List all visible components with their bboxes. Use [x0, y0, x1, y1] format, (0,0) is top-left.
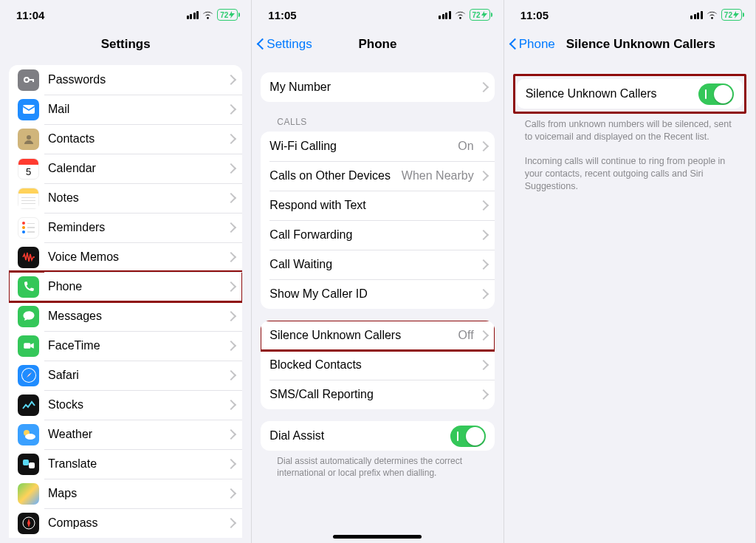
row-detail: On	[458, 140, 473, 153]
back-button[interactable]: Settings	[256, 30, 312, 59]
settings-row-notes[interactable]: Notes	[9, 183, 242, 213]
phone-icon	[18, 276, 39, 298]
back-button[interactable]: Phone	[509, 30, 555, 59]
footer-text-1: Calls from unknown numbers will be silen…	[513, 114, 746, 143]
settings-row-maps[interactable]: Maps	[9, 479, 242, 508]
row-label: Compass	[48, 516, 226, 530]
section-header-calls: CALLS	[261, 102, 494, 132]
dial-assist-toggle[interactable]	[450, 426, 486, 447]
dial-assist-footer: Dial assist automatically determines the…	[261, 451, 494, 479]
chevron-left-icon	[256, 37, 265, 52]
settings-row-contacts[interactable]: Contacts	[9, 124, 242, 154]
row-my-number[interactable]: My Number	[261, 72, 494, 102]
translate-icon	[18, 454, 39, 475]
svg-point-9	[25, 434, 35, 440]
chevron-right-icon	[227, 311, 233, 321]
facetime-icon	[18, 335, 39, 357]
svg-point-0	[24, 78, 29, 82]
nav-bar: Phone Silence Unknown Callers	[504, 30, 755, 59]
settings-row-weather[interactable]: Weather	[9, 420, 242, 449]
maps-icon	[18, 483, 39, 505]
row-label: Call Forwarding	[269, 228, 478, 242]
status-icons: 72	[187, 9, 238, 21]
row-label: SMS/Call Reporting	[269, 388, 478, 401]
row-label: Contacts	[48, 132, 226, 146]
settings-list[interactable]: Passwords Mail Contacts 5 Calendar Notes	[0, 61, 251, 543]
row-show-caller-id[interactable]: Show My Caller ID	[261, 279, 494, 309]
chevron-right-icon	[227, 222, 233, 233]
row-label: Reminders	[48, 221, 226, 234]
key-icon	[18, 69, 39, 91]
page-title: Phone	[359, 37, 397, 52]
chevron-right-icon	[227, 193, 233, 203]
silence-toggle[interactable]	[698, 83, 734, 105]
safari-icon	[18, 365, 39, 386]
reminders-icon	[18, 217, 39, 239]
settings-row-facetime[interactable]: FaceTime	[9, 331, 242, 361]
row-respond-with-text[interactable]: Respond with Text	[261, 191, 494, 220]
messages-icon	[18, 306, 39, 327]
chevron-right-icon	[480, 389, 486, 400]
row-label: Messages	[48, 310, 226, 323]
row-label: Maps	[48, 487, 226, 500]
row-label: Show My Caller ID	[269, 287, 478, 301]
status-icons: 72	[439, 9, 490, 21]
status-time: 11:04	[16, 9, 44, 21]
settings-row-reminders[interactable]: Reminders	[9, 213, 242, 242]
row-silence-unknown-callers[interactable]: Silence Unknown Callers Off	[261, 321, 494, 350]
row-label: Wi-Fi Calling	[269, 140, 458, 153]
chevron-right-icon	[480, 330, 486, 341]
row-label: FaceTime	[48, 339, 226, 352]
row-label: Call Waiting	[269, 258, 478, 271]
row-call-forwarding[interactable]: Call Forwarding	[261, 220, 494, 250]
battery-icon: 72	[470, 9, 490, 21]
chevron-right-icon	[480, 230, 486, 240]
row-label: Passwords	[48, 73, 226, 86]
status-time: 11:05	[520, 9, 549, 21]
settings-row-messages[interactable]: Messages	[9, 301, 242, 331]
nav-bar: Settings Phone	[252, 30, 503, 59]
chevron-right-icon	[227, 370, 233, 380]
phone-settings-list[interactable]: My Number CALLS Wi-Fi Calling On Calls o…	[252, 61, 503, 543]
settings-row-mail[interactable]: Mail	[9, 95, 242, 124]
back-label: Phone	[519, 37, 555, 52]
row-label: My Number	[269, 81, 478, 94]
row-call-waiting[interactable]: Call Waiting	[261, 250, 494, 279]
row-blocked-contacts[interactable]: Blocked Contacts	[261, 350, 494, 380]
row-detail: When Nearby	[402, 169, 474, 182]
cellular-signal-icon	[439, 11, 451, 19]
row-label: Voice Memos	[48, 250, 226, 264]
settings-row-passwords[interactable]: Passwords	[9, 65, 242, 95]
weather-icon	[18, 424, 39, 445]
row-sms-call-reporting[interactable]: SMS/Call Reporting	[261, 380, 494, 409]
stocks-icon	[18, 395, 39, 416]
row-calls-other-devices[interactable]: Calls on Other Devices When Nearby	[261, 161, 494, 191]
settings-row-safari[interactable]: Safari	[9, 361, 242, 390]
status-icons: 72	[690, 9, 742, 21]
row-dial-assist[interactable]: Dial Assist	[261, 421, 494, 451]
chevron-right-icon	[227, 429, 233, 440]
chevron-right-icon	[227, 341, 233, 351]
row-label: Dial Assist	[269, 429, 450, 443]
row-wifi-calling[interactable]: Wi-Fi Calling On	[261, 132, 494, 161]
chevron-right-icon	[227, 518, 233, 528]
settings-row-voice-memos[interactable]: Voice Memos	[9, 242, 242, 272]
mail-icon	[18, 99, 39, 120]
voice-memos-icon	[18, 247, 39, 268]
chevron-right-icon	[480, 171, 486, 181]
settings-row-phone[interactable]: Phone	[9, 272, 242, 301]
svg-rect-2	[32, 79, 34, 82]
row-label: Stocks	[48, 398, 226, 411]
settings-row-compass[interactable]: Compass	[9, 508, 242, 538]
row-label: Translate	[48, 457, 226, 471]
settings-row-calendar[interactable]: 5 Calendar	[9, 154, 242, 183]
svg-rect-11	[29, 462, 35, 468]
svg-rect-10	[23, 460, 29, 465]
cellular-signal-icon	[690, 11, 703, 19]
status-bar: 11:05 72	[252, 0, 503, 30]
settings-row-translate[interactable]: Translate	[9, 449, 242, 479]
wifi-icon	[202, 10, 214, 20]
settings-row-stocks[interactable]: Stocks	[9, 390, 242, 420]
row-label: Respond with Text	[269, 199, 478, 212]
row-silence-toggle[interactable]: Silence Unknown Callers	[517, 79, 743, 109]
